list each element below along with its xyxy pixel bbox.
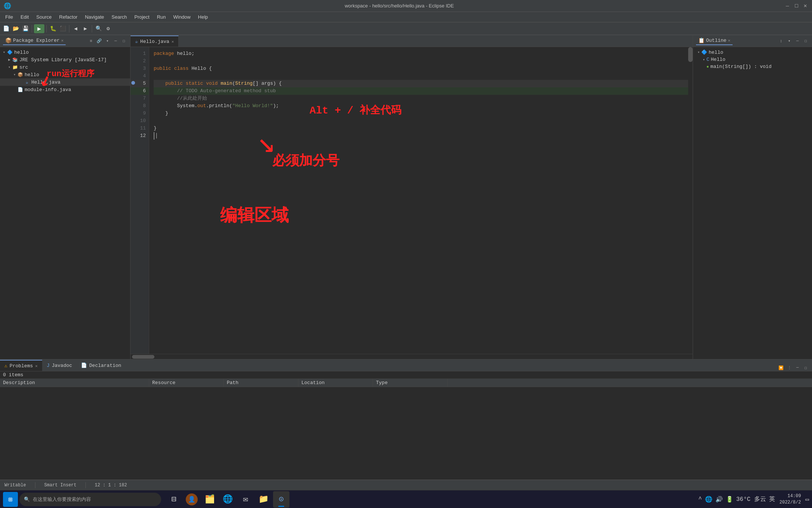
problems-icon: ⚠ xyxy=(4,363,7,369)
settings-button[interactable]: ⚙ xyxy=(104,24,113,33)
tab-close-button[interactable]: ✕ xyxy=(172,39,174,44)
code-line-8[interactable]: System.out.println("Hello World!"); xyxy=(154,102,688,110)
view-menu-button[interactable]: ▾ xyxy=(104,38,111,44)
menu-edit[interactable]: Edit xyxy=(17,13,32,21)
tray-volume-icon[interactable]: 🔊 xyxy=(715,496,723,503)
outline-sort-button[interactable]: ↕ xyxy=(778,38,784,44)
terminate-button[interactable]: ⬛ xyxy=(58,24,67,33)
tree-item-module-info[interactable]: 📄 module-info.java xyxy=(0,86,130,93)
outline-class-hello[interactable]: ▾ C Hello xyxy=(693,56,812,63)
taskbar-app-explorer2[interactable]: 📁 xyxy=(255,491,272,508)
show-desktop-button[interactable]: ▭ xyxy=(805,496,809,503)
run-button[interactable]: ▶ xyxy=(34,24,44,33)
table-header: Description Resource Path Location Type xyxy=(0,379,812,387)
editor-content[interactable]: 1 2 3 4 5 6 7 8 9 10 11 12 package hello… xyxy=(131,47,693,354)
taskbar-app-eclipse[interactable]: ⊙ xyxy=(273,491,289,508)
h-scrollbar-thumb[interactable] xyxy=(132,355,154,359)
java-file-icon: ☕ xyxy=(24,79,30,85)
outline-method-main[interactable]: ● main(String[]) : void xyxy=(693,63,812,70)
status-writable: Writable xyxy=(4,483,26,488)
col-path: Path xyxy=(224,379,298,387)
menu-refactor[interactable]: Refactor xyxy=(56,13,81,21)
filter-button[interactable]: 🔽 xyxy=(778,364,784,371)
vertical-scrollbar[interactable] xyxy=(688,47,693,354)
tab-problems[interactable]: ⚠ Problems ✕ xyxy=(0,360,42,371)
tray-language[interactable]: 英 xyxy=(769,495,775,503)
status-sep-1 xyxy=(35,482,35,488)
code-editor[interactable]: package hello; public class Hello { publ… xyxy=(149,47,693,354)
code-line-3[interactable]: public class Hello { xyxy=(154,65,688,72)
tree-item-hello-package[interactable]: ▾ 📦 hello xyxy=(0,71,130,78)
debug-button[interactable]: 🐛 xyxy=(48,24,57,33)
tab-problems-label: Problems xyxy=(10,363,33,369)
open-button[interactable]: 📂 xyxy=(11,24,20,33)
maximize-panel-button[interactable]: ☐ xyxy=(120,38,127,44)
horizontal-scrollbar[interactable] xyxy=(131,354,693,359)
start-button[interactable]: ⊞ xyxy=(3,492,18,507)
code-line-10[interactable] xyxy=(154,117,688,125)
tree-item-jre[interactable]: ▶ 📚 JRE System Library [JavaSE-17] xyxy=(0,56,130,63)
tray-expand-icon[interactable]: ^ xyxy=(698,496,702,503)
maximize-button[interactable]: ☐ xyxy=(793,3,799,9)
code-line-9[interactable]: } xyxy=(154,110,688,117)
date-display: 2022/8/2 xyxy=(780,499,801,506)
link-editor-button[interactable]: 🔗 xyxy=(96,38,103,44)
scrollbar-thumb[interactable] xyxy=(688,47,693,62)
bottom-minimize-button[interactable]: ─ xyxy=(794,364,801,371)
back-button[interactable]: ◀ xyxy=(71,24,80,33)
outline-minimize-button[interactable]: ─ xyxy=(794,38,801,44)
tree-item-hello-project[interactable]: ▾ 🔷 hello xyxy=(0,49,130,56)
menu-source[interactable]: Source xyxy=(32,13,55,21)
menu-file[interactable]: File xyxy=(1,13,17,21)
window-controls[interactable]: ─ ☐ ✕ xyxy=(784,3,808,9)
minimize-panel-button[interactable]: ─ xyxy=(112,38,119,44)
bottom-maximize-button[interactable]: ☐ xyxy=(802,364,809,371)
taskbar-app-taskview[interactable]: ⊟ xyxy=(166,491,182,508)
minimize-button[interactable]: ─ xyxy=(784,3,790,9)
menu-window[interactable]: Window xyxy=(170,13,194,21)
forward-button[interactable]: ▶ xyxy=(81,24,90,33)
tray-battery-icon[interactable]: 🔋 xyxy=(726,496,733,503)
taskbar-search[interactable]: 🔍 在这里输入你要搜索的内容 xyxy=(19,493,161,506)
code-line-5[interactable]: public static void main(String[] args) { xyxy=(154,80,688,87)
line-10: 10 xyxy=(131,117,149,125)
search-toolbar-button[interactable]: 🔍 xyxy=(94,24,103,33)
outline-hello[interactable]: ▾ 🔷 hello xyxy=(693,49,812,56)
menu-run[interactable]: Run xyxy=(153,13,170,21)
package-explorer-tab[interactable]: 📦 Package Explorer ✕ xyxy=(3,37,66,45)
code-line-11[interactable]: } xyxy=(154,125,688,132)
code-line-6[interactable]: // TODO Auto-generated method stub xyxy=(154,87,688,95)
tree-item-hello-java[interactable]: ☕ Hello.java xyxy=(0,78,130,86)
save-button[interactable]: 💾 xyxy=(21,24,30,33)
tab-declaration[interactable]: 📄 Declaration xyxy=(76,360,126,371)
code-line-1[interactable]: package hello; xyxy=(154,50,688,57)
taskbar-app-mail[interactable]: ✉️ xyxy=(237,491,254,508)
outline-close[interactable]: ✕ xyxy=(728,38,731,43)
code-line-4[interactable] xyxy=(154,72,688,80)
code-line-7[interactable]: //从此处开始 xyxy=(154,95,688,102)
bottom-options-button[interactable]: ⋮ xyxy=(786,364,793,371)
tray-network-icon[interactable]: 🌐 xyxy=(705,496,712,503)
taskbar-app-browser[interactable]: 🌐 xyxy=(219,491,236,508)
package-explorer-close[interactable]: ✕ xyxy=(61,38,64,43)
outline-tab[interactable]: 📋 Outline ✕ xyxy=(696,37,733,45)
menu-project[interactable]: Project xyxy=(131,13,153,21)
new-button[interactable]: 📄 xyxy=(1,24,10,33)
code-line-12[interactable]: │ xyxy=(154,132,688,140)
tab-javadoc[interactable]: J Javadoc xyxy=(42,360,76,371)
collapse-all-button[interactable]: ≡ xyxy=(88,38,94,44)
menu-help[interactable]: Help xyxy=(194,13,212,21)
close-button[interactable]: ✕ xyxy=(802,3,808,9)
outline-controls: ↕ ▾ ─ ☐ xyxy=(778,38,809,44)
taskbar-app-avatar[interactable]: 👤 xyxy=(184,491,200,508)
tray-time[interactable]: 14:09 2022/8/2 xyxy=(780,493,801,506)
code-line-2[interactable] xyxy=(154,57,688,65)
tab-problems-close[interactable]: ✕ xyxy=(35,364,38,368)
menu-search[interactable]: Search xyxy=(108,13,131,21)
menu-navigate[interactable]: Navigate xyxy=(81,13,108,21)
outline-maximize-button[interactable]: ☐ xyxy=(802,38,809,44)
editor-tab-hello[interactable]: ☕ Hello.java ✕ xyxy=(131,35,179,47)
tree-item-src[interactable]: ▾ 📁 src xyxy=(0,63,130,71)
outline-filter-button[interactable]: ▾ xyxy=(786,38,793,44)
taskbar-app-files[interactable]: 🗂️ xyxy=(201,491,218,508)
